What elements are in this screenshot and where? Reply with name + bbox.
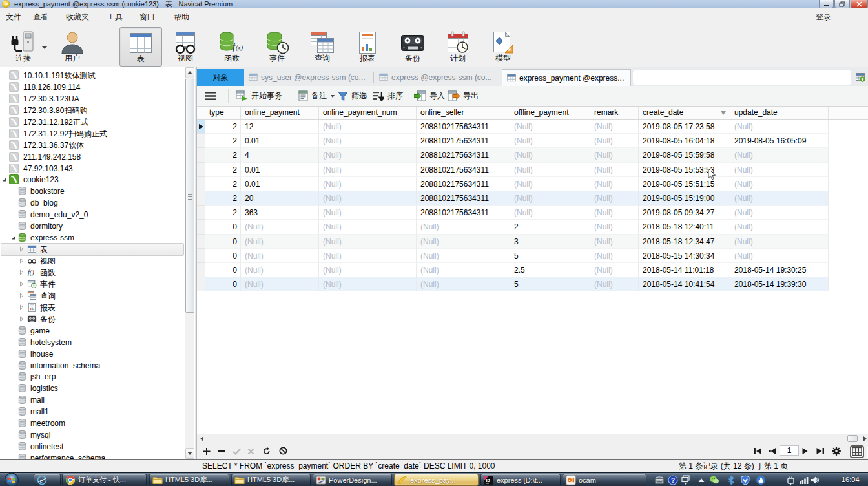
- cell-online_seller[interactable]: (Null): [417, 235, 510, 249]
- begin-transaction-button[interactable]: 开始事务: [236, 86, 282, 106]
- cell-type[interactable]: 2: [205, 206, 241, 220]
- menu-view[interactable]: 查看: [29, 8, 52, 26]
- hamburger-icon[interactable]: [205, 92, 216, 100]
- memo-button[interactable]: 备注: [298, 86, 335, 106]
- cell-offline_payment[interactable]: 2.5: [510, 263, 590, 277]
- tree-item-hotelsystem[interactable]: hotelsystem: [0, 337, 185, 348]
- cell-remark[interactable]: (Null): [590, 249, 639, 263]
- filter-button[interactable]: 筛选: [338, 86, 367, 106]
- cell-update_date[interactable]: (Null): [730, 191, 829, 206]
- collapsed-arrow-icon[interactable]: [19, 269, 25, 275]
- toolbar-button-models[interactable]: 模型: [482, 27, 524, 65]
- cell-create_date[interactable]: 2019-08-05 15:51:15: [639, 177, 730, 191]
- tree-item-jsh_erp[interactable]: jsh_erp: [0, 371, 185, 383]
- cell-online_payment[interactable]: 12: [241, 120, 319, 134]
- cell-online_payment[interactable]: (Null): [241, 235, 319, 249]
- cell-online_seller[interactable]: (Null): [417, 263, 510, 277]
- page-number-input[interactable]: 1: [780, 445, 799, 456]
- table-row[interactable]: 0(Null)(Null)(Null)3(Null)2018-05-18 12:…: [197, 235, 868, 249]
- toolbar-button-views[interactable]: 视图: [165, 27, 206, 65]
- tab-express[interactable]: express @express-ssm (co...: [375, 69, 502, 86]
- cell-remark[interactable]: (Null): [590, 277, 639, 291]
- toolbar-button-connections[interactable]: 连接: [3, 27, 44, 65]
- tree-item-ihouse[interactable]: ihouse: [0, 348, 185, 360]
- toolbar-button-backups[interactable]: 备份: [392, 27, 433, 65]
- cell-online_payment[interactable]: (Null): [241, 277, 319, 291]
- table-row[interactable]: 0(Null)(Null)(Null)5(Null)2018-05-15 14:…: [197, 249, 868, 263]
- column-header-create_date[interactable]: create_date: [639, 107, 730, 119]
- cell-online_payment[interactable]: 0.01: [241, 134, 319, 148]
- tray-help-icon[interactable]: ?: [668, 475, 678, 485]
- cell-create_date[interactable]: 2019-08-05 15:19:00: [639, 191, 730, 206]
- tree-item-bookstore[interactable]: bookstore: [0, 185, 185, 197]
- cell-online_seller[interactable]: (Null): [417, 277, 510, 291]
- discard-changes-button[interactable]: [247, 448, 254, 455]
- cell-remark[interactable]: (Null): [590, 191, 639, 206]
- tree-item-_[interactable]: 备份: [0, 313, 185, 325]
- cell-online_payment_num[interactable]: (Null): [319, 163, 417, 177]
- tree-item-onlinetest[interactable]: onlinetest: [0, 441, 185, 452]
- cell-online_seller[interactable]: 2088102175634311: [417, 191, 510, 206]
- tree-item-meetroom[interactable]: meetroom: [0, 417, 185, 429]
- taskbar-chrome-order-pay[interactable]: 订单支付 - 快...: [62, 474, 147, 486]
- cell-online_payment_num[interactable]: (Null): [319, 120, 417, 134]
- tray-keyboard-icon[interactable]: [654, 475, 665, 485]
- taskbar-folder-html5-2[interactable]: HTML5 3D摩...: [231, 474, 311, 486]
- tray-network-icon[interactable]: [799, 475, 809, 485]
- column-header-online_payment[interactable]: online_payment: [241, 107, 319, 119]
- cell-type[interactable]: 2: [205, 177, 241, 191]
- collapsed-arrow-icon[interactable]: [19, 316, 25, 322]
- cell-update_date[interactable]: (Null): [730, 206, 829, 220]
- cell-offline_payment[interactable]: (Null): [510, 191, 590, 206]
- cell-online_payment[interactable]: (Null): [241, 263, 319, 277]
- scroll-left-arrow[interactable]: [200, 436, 205, 441]
- cell-type[interactable]: 0: [205, 277, 241, 291]
- sort-button[interactable]: 排序: [373, 86, 403, 106]
- tab-objects[interactable]: 对象: [197, 69, 244, 86]
- tree-item-mall1[interactable]: mall1: [0, 406, 185, 417]
- toolbar-button-events[interactable]: 事件: [256, 27, 298, 65]
- tree-item-172.30.3.123UA[interactable]: 172.30.3.123UA: [0, 93, 185, 105]
- cell-update_date[interactable]: (Null): [730, 148, 829, 162]
- cell-type[interactable]: 0: [205, 263, 241, 277]
- menu-favorites[interactable]: 收藏夹: [62, 8, 93, 26]
- start-button[interactable]: [4, 472, 19, 486]
- first-page-button[interactable]: [754, 448, 762, 454]
- cell-online_payment_num[interactable]: (Null): [319, 220, 417, 234]
- table-row[interactable]: 0(Null)(Null)(Null)2.5(Null)2018-05-14 1…: [197, 263, 868, 277]
- cell-create_date[interactable]: 2018-05-18 12:34:47: [639, 235, 730, 249]
- taskbar-powerdesigner[interactable]: PowerDesign...: [313, 474, 392, 486]
- toolbar-button-functions[interactable]: f (x) 函数: [211, 27, 253, 65]
- cell-create_date[interactable]: 2019-08-05 16:04:18: [639, 134, 730, 148]
- add-record-button[interactable]: [203, 448, 211, 455]
- horizontal-scrollbar[interactable]: [197, 434, 868, 443]
- cell-online_payment_num[interactable]: (Null): [319, 263, 417, 277]
- cell-create_date[interactable]: 2019-08-05 17:23:58: [639, 120, 730, 134]
- cell-create_date[interactable]: 2018-05-18 12:40:11: [639, 220, 730, 234]
- cell-update_date[interactable]: 2019-08-05 16:05:09: [730, 134, 829, 148]
- cell-create_date[interactable]: 2018-05-15 14:30:34: [639, 249, 730, 263]
- toolbar-button-reports[interactable]: 报表: [347, 27, 388, 65]
- cell-online_payment_num[interactable]: (Null): [319, 148, 417, 162]
- tray-ime-icon[interactable]: [681, 475, 691, 485]
- tree-item-db_blog[interactable]: db_blog: [0, 197, 185, 209]
- cell-online_payment_num[interactable]: (Null): [319, 177, 417, 191]
- tree-item-demo_edu_v2_0[interactable]: demo_edu_v2_0: [0, 209, 185, 220]
- cell-online_payment_num[interactable]: (Null): [319, 249, 417, 263]
- cell-offline_payment[interactable]: 5: [510, 277, 590, 291]
- cell-type[interactable]: 2: [205, 148, 241, 162]
- cell-online_seller[interactable]: 2088102175634311: [417, 148, 510, 162]
- cell-update_date[interactable]: (Null): [730, 120, 829, 134]
- sidebar-scroll-thumb[interactable]: [185, 79, 194, 313]
- cell-offline_payment[interactable]: 5: [510, 249, 590, 263]
- login-button[interactable]: 登录: [816, 8, 831, 26]
- menu-help[interactable]: 帮助: [170, 8, 193, 26]
- grid-view-button[interactable]: [850, 445, 864, 458]
- cell-offline_payment[interactable]: (Null): [510, 163, 590, 177]
- close-button[interactable]: [851, 0, 868, 8]
- minimize-button[interactable]: [819, 0, 834, 8]
- cell-remark[interactable]: (Null): [590, 220, 639, 234]
- tree-item-_[interactable]: 表: [0, 244, 185, 255]
- tree-item-47.92.103.143[interactable]: 47.92.103.143: [0, 163, 185, 174]
- toolbar-button-queries[interactable]: 查询: [302, 27, 343, 65]
